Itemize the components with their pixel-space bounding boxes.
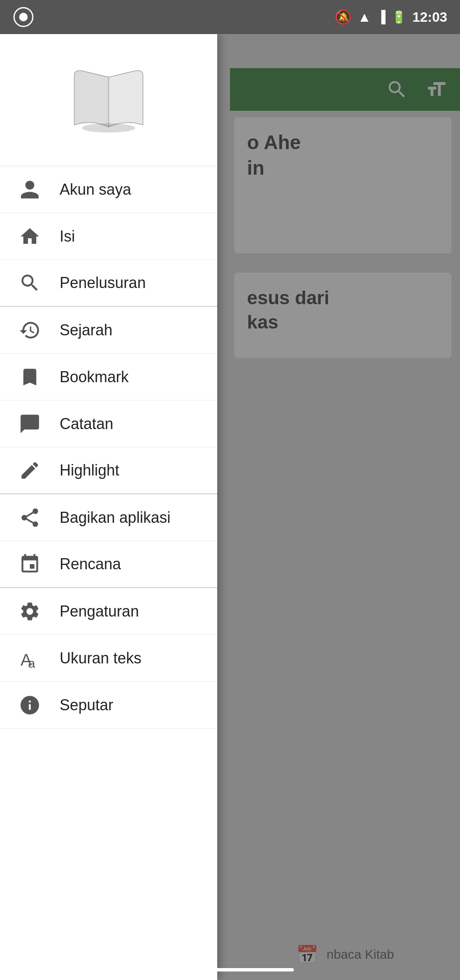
person-icon — [17, 177, 43, 202]
notification-muted-icon: 🔕 — [335, 9, 352, 25]
menu-item-seputar-label: Seputar — [60, 696, 113, 714]
menu-item-isi[interactable]: Isi — [0, 213, 217, 260]
menu-item-highlight-label: Highlight — [60, 461, 119, 479]
navigation-drawer: Akun saya Isi Penelusuran Sejarah Bookma… — [0, 34, 217, 980]
menu-item-seputar[interactable]: Seputar — [0, 682, 217, 729]
share-icon — [17, 505, 43, 530]
battery-icon: 🔋 — [391, 10, 406, 24]
app-logo-icon — [13, 6, 34, 28]
menu-item-akun-saya[interactable]: Akun saya — [0, 166, 217, 213]
status-time: 12:03 — [412, 9, 447, 25]
status-bar-left — [13, 6, 34, 28]
history-icon — [17, 317, 43, 343]
text-size-icon: A a — [17, 646, 43, 671]
info-icon — [17, 692, 43, 718]
book-logo-icon — [66, 64, 151, 136]
drawer-overlay[interactable] — [217, 34, 460, 980]
menu-item-rencana-label: Rencana — [60, 555, 121, 573]
menu-item-highlight[interactable]: Highlight — [0, 447, 217, 494]
calendar-icon — [17, 551, 43, 577]
menu-item-akun-saya-label: Akun saya — [60, 181, 131, 199]
svg-text:a: a — [28, 656, 35, 669]
note-icon — [17, 411, 43, 437]
menu-item-ukuran-teks-label: Ukuran teks — [60, 649, 141, 667]
search-menu-icon — [17, 270, 43, 296]
menu-item-isi-label: Isi — [60, 228, 75, 245]
menu-item-pengaturan-label: Pengaturan — [60, 602, 139, 620]
status-bar: 🔕 ▲ ▐ 🔋 12:03 — [0, 0, 460, 34]
menu-item-sejarah[interactable]: Sejarah — [0, 307, 217, 354]
settings-icon — [17, 599, 43, 624]
menu-item-catatan-label: Catatan — [60, 415, 113, 433]
bookmark-icon — [17, 364, 43, 390]
svg-point-2 — [82, 123, 135, 132]
wifi-icon: ▲ — [358, 9, 371, 25]
edit-icon — [17, 458, 43, 483]
menu-item-bookmark-label: Bookmark — [60, 368, 129, 386]
drawer-header — [0, 34, 217, 166]
menu-item-penelusuran[interactable]: Penelusuran — [0, 260, 217, 307]
signal-icon: ▐ — [377, 10, 385, 24]
menu-item-sejarah-label: Sejarah — [60, 321, 112, 339]
menu-item-penelusuran-label: Penelusuran — [60, 274, 146, 292]
home-icon — [17, 224, 43, 249]
menu-item-bagikan-aplikasi[interactable]: Bagikan aplikasi — [0, 494, 217, 541]
svg-point-1 — [19, 13, 28, 21]
menu-item-pengaturan[interactable]: Pengaturan — [0, 588, 217, 635]
menu-item-bookmark[interactable]: Bookmark — [0, 354, 217, 401]
home-indicator — [166, 968, 294, 971]
status-bar-right: 🔕 ▲ ▐ 🔋 12:03 — [335, 9, 447, 25]
menu-item-bagikan-aplikasi-label: Bagikan aplikasi — [60, 509, 170, 527]
menu-item-rencana[interactable]: Rencana — [0, 541, 217, 588]
menu-item-ukuran-teks[interactable]: A a Ukuran teks — [0, 635, 217, 682]
menu-item-catatan[interactable]: Catatan — [0, 401, 217, 447]
